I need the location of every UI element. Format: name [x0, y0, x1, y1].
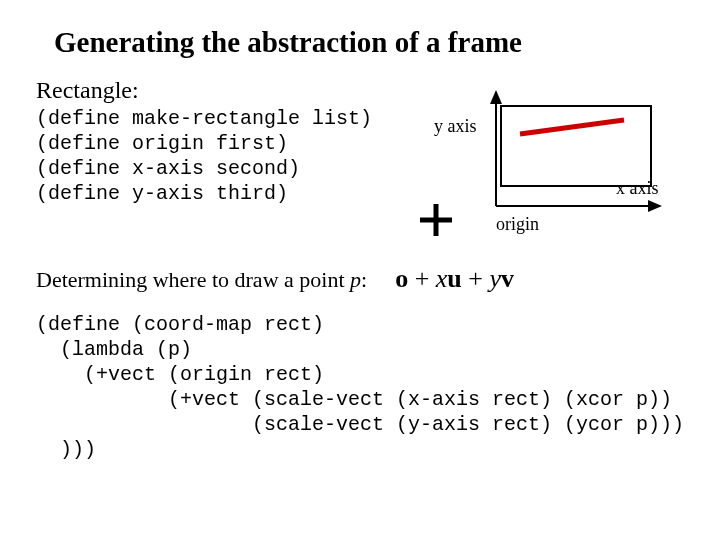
y-axis-label: y axis	[434, 116, 477, 137]
frame-diagram: y axis x axis origin	[386, 86, 686, 256]
formula-o: o	[395, 264, 408, 293]
code-coord-map: (define (coord-map rect) (lambda (p) (+v…	[36, 312, 684, 462]
slide-title: Generating the abstraction of a frame	[54, 26, 684, 59]
formula-line: Determining where to draw a point p: o +…	[36, 264, 684, 294]
formula-y: y	[490, 264, 502, 293]
determine-prefix: Determining where to draw a point	[36, 267, 350, 292]
formula-x: x	[436, 264, 448, 293]
determine-text: Determining where to draw a point p:	[36, 267, 367, 293]
code-rectangle-defs: (define make-rectangle list) (define ori…	[36, 106, 372, 206]
x-axis-label: x axis	[616, 178, 659, 199]
svg-rect-6	[501, 106, 651, 186]
slide: Generating the abstraction of a frame Re…	[0, 0, 720, 480]
formula-u: u	[447, 264, 461, 293]
coord-formula: o + xu + yv	[395, 264, 514, 294]
determine-colon: :	[361, 267, 367, 292]
svg-marker-5	[648, 200, 662, 212]
determine-p: p	[350, 267, 361, 292]
origin-label: origin	[496, 214, 539, 235]
formula-plus2: +	[462, 264, 490, 293]
formula-v: v	[501, 264, 514, 293]
svg-marker-3	[490, 90, 502, 104]
formula-plus1: +	[408, 264, 436, 293]
svg-line-7	[520, 120, 624, 134]
upper-section: (define make-rectangle list) (define ori…	[36, 106, 684, 256]
